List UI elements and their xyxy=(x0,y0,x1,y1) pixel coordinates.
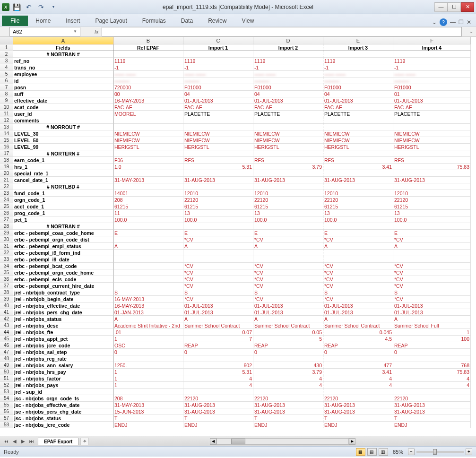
cell[interactable]: HERIGSTL xyxy=(253,144,323,150)
row-label[interactable]: erbc - pebempl_current_hire_date xyxy=(13,283,113,289)
cell[interactable]: 22120 xyxy=(183,395,253,402)
cell[interactable]: -1 xyxy=(183,64,253,71)
row-header[interactable]: 40 xyxy=(0,302,13,309)
col-header-B[interactable]: B xyxy=(113,37,183,44)
row-label[interactable]: LEVEL_99 xyxy=(13,144,113,150)
cell[interactable]: NIEMIECW xyxy=(393,137,471,144)
formula-input[interactable] xyxy=(102,27,462,36)
cell[interactable]: 1119 xyxy=(393,58,471,64)
row-header[interactable]: 28 xyxy=(0,223,13,230)
cell[interactable] xyxy=(113,389,183,395)
cell[interactable]: A xyxy=(253,243,323,250)
row-header[interactable]: 23 xyxy=(0,190,13,197)
cell[interactable]: ——— xyxy=(253,78,323,84)
cell[interactable]: 01-JUL-2013 xyxy=(183,309,253,316)
cell[interactable]: 00 xyxy=(113,91,183,97)
cell[interactable]: 208 xyxy=(113,395,183,402)
row-header[interactable]: 2 xyxy=(0,51,13,58)
cell[interactable]: *CV xyxy=(253,263,323,269)
row-header[interactable]: 33 xyxy=(0,256,13,263)
redo-icon[interactable]: ↷ xyxy=(36,2,46,12)
row-label[interactable]: jrel - nbrbjob_begin_date xyxy=(13,296,113,302)
cell[interactable] xyxy=(393,183,471,190)
row-header[interactable]: 4 xyxy=(0,64,13,71)
cell[interactable]: 5.31 xyxy=(183,369,253,375)
cell[interactable]: 16-MAY-2013 xyxy=(113,296,183,302)
cell[interactable] xyxy=(113,263,183,269)
cell[interactable] xyxy=(113,183,183,190)
cell[interactable]: *CV xyxy=(323,283,393,289)
cell[interactable]: 1250. xyxy=(113,362,183,369)
row-label[interactable]: jsc - nbrjobs_orgn_code_ts xyxy=(13,395,113,402)
row-label[interactable]: jrel - nbrjobs_pers_chg_date xyxy=(13,309,113,316)
cell[interactable] xyxy=(323,124,393,130)
row-header[interactable]: 35 xyxy=(0,269,13,276)
cell[interactable]: HERIGSTL xyxy=(113,144,183,150)
row-header[interactable]: 24 xyxy=(0,197,13,203)
cell[interactable] xyxy=(323,183,393,190)
row-label[interactable]: comments xyxy=(13,117,113,124)
cell[interactable]: HERIGSTL xyxy=(393,144,471,150)
cell[interactable] xyxy=(253,223,323,230)
cell[interactable]: 430 xyxy=(253,362,323,369)
formula-expand-icon[interactable]: ⌄ xyxy=(469,29,476,34)
cell[interactable]: 12010 xyxy=(323,190,393,197)
cell[interactable] xyxy=(253,256,323,263)
row-header[interactable]: 6 xyxy=(0,78,13,84)
cell[interactable]: F06 xyxy=(113,157,183,164)
row-label[interactable]: cancel_date_1 xyxy=(13,177,113,183)
row-header[interactable]: 31 xyxy=(0,243,13,250)
zoom-slider[interactable] xyxy=(416,451,464,453)
row-label[interactable]: jrel - nbrjobs_status xyxy=(13,316,113,322)
cell[interactable]: REAP xyxy=(253,342,323,349)
cell[interactable]: REAP xyxy=(393,342,471,349)
row-header[interactable]: 21 xyxy=(0,177,13,183)
cell[interactable]: RFS xyxy=(183,157,253,164)
cell[interactable]: 13 xyxy=(323,210,393,216)
cell[interactable]: 01-JUL-2013 xyxy=(323,302,393,309)
sheet-nav-last-icon[interactable]: ⏭ xyxy=(27,439,36,444)
cell[interactable]: 31-AUG-2013 xyxy=(323,402,393,408)
cell[interactable]: 12010 xyxy=(253,190,323,197)
row-label[interactable]: jrel - nbrjobs_hrs_pay xyxy=(13,369,113,375)
cell[interactable] xyxy=(183,250,253,256)
row-label[interactable]: jsc - nbrjobs_status xyxy=(13,415,113,422)
row-label[interactable]: jsc - nbrjobs_effective_date xyxy=(13,402,113,408)
cell[interactable]: NIEMIECW xyxy=(323,137,393,144)
cell[interactable]: —— —— xyxy=(183,71,253,78)
row-label[interactable]: fund_code_1 xyxy=(13,190,113,197)
cell[interactable]: *CV xyxy=(393,269,471,276)
cell[interactable]: 61215 xyxy=(393,203,471,210)
cell[interactable]: 1 xyxy=(393,329,471,336)
cell[interactable]: Import 1 xyxy=(183,44,253,51)
cell[interactable]: 1 xyxy=(113,369,183,375)
zoom-out-icon[interactable]: − xyxy=(408,449,415,455)
cell[interactable] xyxy=(113,276,183,283)
cell[interactable]: 04 xyxy=(253,91,323,97)
cell[interactable]: 75.83 xyxy=(393,164,471,170)
cell[interactable]: T xyxy=(253,415,323,422)
cell[interactable]: 01-JUL-2013 xyxy=(253,309,323,316)
cell[interactable]: T xyxy=(113,415,183,422)
cell[interactable]: FAC-AF xyxy=(183,104,253,111)
cell[interactable]: -1 xyxy=(393,64,471,71)
cell[interactable]: 31-MAY-2013 xyxy=(113,402,183,408)
cell[interactable]: 22120 xyxy=(323,197,393,203)
view-normal-icon[interactable]: ▦ xyxy=(356,448,365,456)
cell[interactable]: A xyxy=(113,316,183,322)
row-header[interactable]: 13 xyxy=(0,124,13,130)
fx-icon[interactable]: fx xyxy=(95,29,99,35)
cell[interactable] xyxy=(323,223,393,230)
cell[interactable] xyxy=(253,183,323,190)
cell[interactable]: FAC-AF xyxy=(323,104,393,111)
row-header[interactable]: 50 xyxy=(0,369,13,375)
cell[interactable]: E xyxy=(113,230,183,236)
tab-data[interactable]: Data xyxy=(173,16,200,26)
cell[interactable]: 100.0 xyxy=(253,216,323,223)
cell[interactable]: Summer School Full xyxy=(393,322,471,329)
cell[interactable]: NIEMIECW xyxy=(183,130,253,137)
cell[interactable]: 12010 xyxy=(183,190,253,197)
cell[interactable]: A xyxy=(393,243,471,250)
row-label[interactable]: # NORTERN # xyxy=(13,150,113,157)
cell[interactable] xyxy=(183,124,253,130)
